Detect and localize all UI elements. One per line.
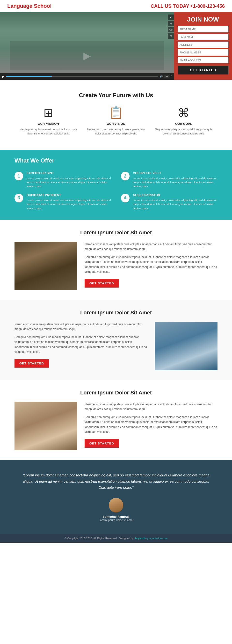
offer-number-2: 2 [121,172,130,180]
offer-title-3: CUPIDATAT PROIDENT [26,193,111,197]
video-placeholder: ▶ ♥ ⚙ </> ⊡ [0,12,174,80]
mission-text-2: Neque porro quisquam est qui dolore ipsu… [155,128,213,136]
hero-form: JOIN NOW GET STARTED [174,12,232,80]
content-row-1: Nemo enim ipsam voluptatem quia voluptas… [14,242,218,290]
get-started-btn-2[interactable]: GET STARTED [14,359,49,368]
offer-text-3: Lorem ipsum dolor sit amet, consectetur … [26,198,111,210]
offer-title: What We Offer [14,157,218,164]
mission-label-0: OUR MISSION [19,122,77,126]
video-icons: 🔊 HD ⛶ [160,75,172,78]
hero-section: ▶ ♥ ⚙ </> ⊡ ▶ 🔊 HD ⛶ JOIN NOW [0,12,232,80]
content-p2-1: Sed quia non numquam eius modi tempora i… [85,255,218,274]
offer-item-4: 4 NULLA PARIATUR Lorem ipsum dolor sit a… [121,193,218,210]
content-title-1: Lorem Ipsum Dolor Sit Amet [14,230,218,236]
get-started-btn-1[interactable]: GET STARTED [85,279,119,288]
designed-by-label: Designed by: [119,537,135,540]
progress-fill [6,76,52,77]
logo[interactable]: Language School [7,3,51,9]
email-input[interactable] [178,57,228,63]
content-p2-2: Sed quia non numquam eius modi tempora i… [14,335,147,354]
library-image [14,242,77,290]
offer-title-2: VOLUPTATE VELIT [133,171,218,175]
offer-content-1: EXCEPTEUR SINT Lorem ipsum dolor sit ame… [26,171,111,188]
side-icon-3[interactable]: </> [168,27,174,32]
content-row-2: Nemo enim ipsam voluptatem quia voluptas… [14,322,218,370]
content-image-1 [14,242,77,290]
offer-item-3: 3 CUPIDATAT PROIDENT Lorem ipsum dolor s… [14,193,111,210]
testimonial-role: Lorem ipsum dolor sit amet [19,518,213,522]
testimonial-section: "Lorem ipsum dolor sit amet, consectetur… [0,460,232,534]
side-icon-2[interactable]: ⚙ [168,21,174,26]
offer-item-2: 2 VOLUPTATE VELIT Lorem ipsum dolor sit … [121,171,218,188]
offer-title-4: NULLA PARIATUR [133,193,218,197]
offer-text-4: Lorem ipsum dolor sit amet, consectetur … [133,198,218,210]
get-started-button[interactable]: GET STARTED [178,66,228,74]
hero-video[interactable]: ▶ ♥ ⚙ </> ⊡ ▶ 🔊 HD ⛶ [0,12,174,80]
content-p1-1: Nemo enim ipsam voluptatem quia voluptas… [85,242,218,252]
content-title-3: Lorem Ipsum Dolor Sit Amet [14,390,218,396]
offer-section: What We Offer 1 EXCEPTEUR SINT Lorem ips… [0,150,232,220]
last-name-input[interactable] [178,34,228,40]
logo-school: School [32,3,51,9]
offer-content-2: VOLUPTATE VELIT Lorem ipsum dolor sit am… [133,171,218,188]
student-image [155,322,218,370]
content-title-2: Lorem Ipsum Dolor Sit Amet [14,310,218,316]
testimonial-avatar [109,498,123,512]
content-row-3: Nemo enim ipsam voluptatem quia voluptas… [14,402,218,450]
future-section: Create Your Future with Us ⊞ OUR MISSION… [0,80,232,150]
content-section-1: Lorem Ipsum Dolor Sit Amet Nemo enim ips… [0,220,232,300]
first-name-input[interactable] [178,26,228,32]
mission-item-mission: ⊞ OUR MISSION Neque porro quisquam est q… [14,106,82,136]
calendar-icon: 📋 [87,106,145,120]
content-section-2: Lorem Ipsum Dolor Sit Amet Nemo enim ips… [0,300,232,380]
mission-grid: ⊞ OUR MISSION Neque porro quisquam est q… [14,106,218,136]
mission-label-1: OUR VISION [87,122,145,126]
mission-text-1: Neque porro quisquam est qui dolore ipsu… [87,128,145,136]
offer-content-4: NULLA PARIATUR Lorem ipsum dolor sit ame… [133,193,218,210]
offer-grid: 1 EXCEPTEUR SINT Lorem ipsum dolor sit a… [14,171,218,210]
logo-language: Language [7,3,32,9]
side-icon-1[interactable]: ♥ [168,14,174,20]
mission-text-0: Neque porro quisquam est qui dolore ipsu… [19,128,77,136]
future-title: Create Your Future with Us [14,92,218,99]
testimonial-quote: "Lorem ipsum dolor sit amet, consectetur… [19,472,213,491]
mission-item-goal: ⌘ OUR GOAL Neque porro quisquam est qui … [150,106,218,136]
side-icon-4[interactable]: ⊡ [168,33,174,39]
video-controls[interactable]: ▶ 🔊 HD ⛶ [0,73,174,80]
site-footer: © Copyright 2015-2016. All Rights Reserv… [0,534,232,543]
testimonial-name: Someone Famous [19,515,213,518]
join-now-title: JOIN NOW [178,16,228,23]
progress-bar[interactable] [6,76,158,77]
offer-text-1: Lorem ipsum dolor sit amet, consectetur … [26,176,111,188]
play-button[interactable]: ▶ [2,74,4,78]
designer-link[interactable]: buylandingpagedesign.com [135,537,168,540]
puzzle-icon: ⊞ [19,106,77,120]
offer-text-2: Lorem ipsum dolor sit amet, consectetur … [133,176,218,188]
offer-title-1: EXCEPTEUR SINT [26,171,111,175]
volume-icon[interactable]: 🔊 [160,75,163,78]
copyright-text: © Copyright 2015-2016. All Rights Reserv… [64,537,117,540]
mission-item-vision: 📋 OUR VISION Neque porro quisquam est qu… [82,106,150,136]
offer-number-3: 3 [14,194,23,202]
offer-number-1: 1 [14,172,23,180]
phone-header: CALL US TODAY +1-800-123-456 [151,4,225,9]
hd-badge: HD [164,75,169,78]
fullscreen-icon[interactable]: ⛶ [170,75,172,78]
studying-image [14,402,77,450]
footer-text: © Copyright 2015-2016. All Rights Reserv… [3,537,229,540]
content-text-2: Nemo enim ipsam voluptatem quia voluptas… [14,322,147,368]
address-input[interactable] [178,42,228,48]
offer-item-1: 1 EXCEPTEUR SINT Lorem ipsum dolor sit a… [14,171,111,188]
content-section-3: Lorem Ipsum Dolor Sit Amet Nemo enim ips… [0,380,232,460]
offer-number-4: 4 [121,194,130,202]
content-p2-3: Sed quia non numquam eius modi tempora i… [85,415,218,434]
offer-content-3: CUPIDATAT PROIDENT Lorem ipsum dolor sit… [26,193,111,210]
content-p1-2: Nemo enim ipsam voluptatem quia voluptas… [14,322,147,332]
command-icon: ⌘ [155,106,213,120]
phone-input[interactable] [178,49,228,56]
get-started-btn-3[interactable]: GET STARTED [85,439,119,448]
content-image-3 [14,402,77,450]
content-text-1: Nemo enim ipsam voluptatem quia voluptas… [85,242,218,288]
content-p1-3: Nemo enim ipsam voluptatem quia voluptas… [85,402,218,412]
content-text-3: Nemo enim ipsam voluptatem quia voluptas… [85,402,218,448]
